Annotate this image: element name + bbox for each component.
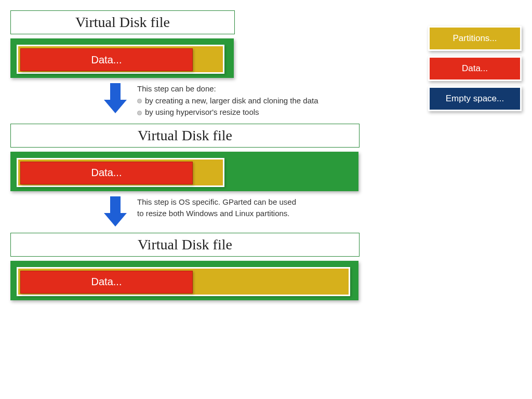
stage3-data: Data...	[20, 271, 193, 294]
step1-bullet2: by using hypervisor's resize tools	[145, 108, 259, 116]
stage3-partition: Data...	[17, 267, 350, 296]
step1-bullet1: by creating a new, larger disk and cloni…	[145, 96, 318, 105]
stage2-title: Virtual Disk file	[10, 124, 360, 148]
stage3-disk: Data...	[10, 261, 358, 300]
legend-partitions: Partitions...	[428, 26, 522, 51]
step2-text: This step is OS specific. GParted can be…	[137, 196, 296, 220]
arrow-down-icon	[104, 196, 127, 228]
step2-line2: to resize both Windows and Linux partiti…	[137, 209, 290, 218]
step1-intro: This step can be done:	[137, 84, 216, 93]
stage1-title: Virtual Disk file	[10, 10, 235, 34]
step2-row: This step is OS specific. GParted can be…	[104, 196, 358, 228]
arrow-down-icon	[104, 83, 127, 114]
stage2-disk: Data...	[10, 152, 358, 191]
step1-text: This step can be done: by creating a new…	[137, 83, 318, 118]
stage1-disk: Data...	[10, 38, 234, 78]
stage1-data: Data...	[20, 48, 193, 71]
stage2-data: Data...	[20, 162, 193, 184]
main-diagram-column: Virtual Disk file Data... This step can …	[10, 10, 358, 300]
step1-row: This step can be done: by creating a new…	[104, 83, 358, 118]
stage3-title: Virtual Disk file	[10, 233, 360, 257]
step2-line1: This step is OS specific. GParted can be…	[137, 197, 296, 206]
bullet-icon	[137, 111, 142, 115]
legend-empty: Empty space...	[428, 86, 522, 111]
legend: Partitions... Data... Empty space...	[428, 26, 522, 116]
bullet-icon	[137, 99, 142, 103]
stage1-partition: Data...	[17, 45, 224, 74]
legend-data: Data...	[428, 56, 522, 81]
stage2-partition: Data...	[17, 158, 224, 187]
